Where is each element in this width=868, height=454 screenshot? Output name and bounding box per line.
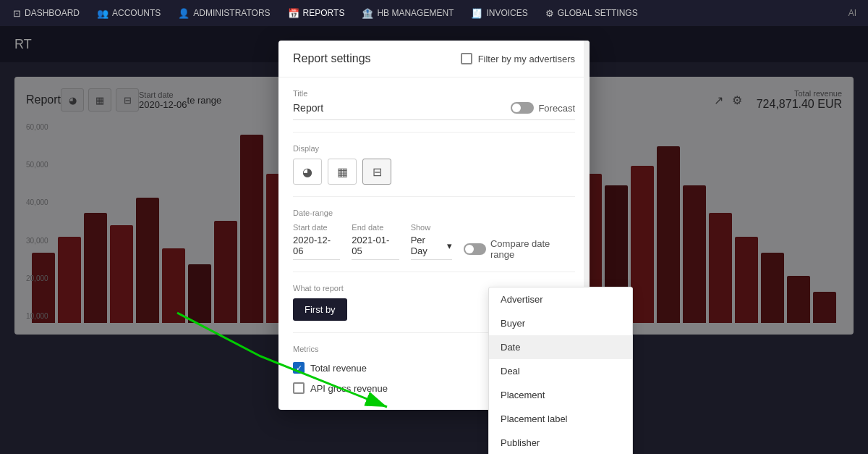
nav-dashboard[interactable]: ⊡ DASHBOARD <box>6 5 87 22</box>
title-input[interactable] <box>293 102 511 114</box>
compare-toggle[interactable] <box>464 243 486 255</box>
title-row: Forecast <box>293 102 575 120</box>
start-date-field: Start date 2020-12-06 <box>293 223 340 260</box>
chevron-down-icon: ▾ <box>447 240 452 251</box>
date-range-section: Date-range Start date 2020-12-06 End dat… <box>293 209 575 260</box>
dropdown-item-deal[interactable]: Deal <box>489 359 632 383</box>
date-range-row: Start date 2020-12-06 End date 2021-01-0… <box>293 223 575 260</box>
nav-global-settings[interactable]: ⚙ GLOBAL SETTINGS <box>538 5 645 22</box>
title-section: Title Forecast <box>293 89 575 120</box>
display-section-label: Display <box>293 144 575 153</box>
page-background: RT Report ◕ ▦ ⊟ Start date 2020-12-06 te… <box>0 26 868 454</box>
divider-1 <box>293 132 575 133</box>
start-date-field-label: Start date <box>293 223 340 232</box>
show-dropdown[interactable]: Per Day ▾ <box>411 235 452 260</box>
show-label: Show <box>411 223 452 232</box>
display-pie-button[interactable]: ◕ <box>293 159 322 185</box>
display-section: Display ◕ ▦ ⊟ <box>293 144 575 185</box>
accounts-icon: 👥 <box>97 8 109 19</box>
nav-administrators[interactable]: 👤 ADMINISTRATORS <box>171 5 277 22</box>
divider-3 <box>293 272 575 272</box>
divider-2 <box>293 196 575 197</box>
dropdown-item-advertiser[interactable]: Advertiser <box>489 287 632 311</box>
dropdown-item-buyer[interactable]: Buyer <box>489 311 632 335</box>
dropdown-item-date[interactable]: Date <box>489 335 632 359</box>
report-settings-modal: Report settings Filter by my advertisers… <box>278 41 590 410</box>
first-by-button[interactable]: First by <box>293 298 347 321</box>
compare-date-range-row: Compare date range <box>464 238 575 260</box>
end-date-field-label: End date <box>352 223 399 232</box>
end-date-field-value[interactable]: 2021-01-05 <box>352 235 399 260</box>
total-revenue-checkbox[interactable]: ✓ <box>293 362 305 374</box>
top-navigation: ⊡ DASHBOARD 👥 ACCOUNTS 👤 ADMINISTRATORS … <box>0 0 868 26</box>
title-section-label: Title <box>293 89 575 98</box>
first-by-dropdown: AdvertiserBuyerDateDealPlacementPlacemen… <box>488 287 633 454</box>
nav-hb-management[interactable]: 🏦 HB MANAGEMENT <box>354 5 461 22</box>
hb-management-icon: 🏦 <box>362 8 373 19</box>
forecast-toggle[interactable] <box>511 102 534 114</box>
forecast-label: Forecast <box>538 103 575 114</box>
dropdown-item-placement-label[interactable]: Placement label <box>489 407 632 431</box>
modal-header: Report settings Filter by my advertisers <box>278 41 590 77</box>
end-date-field: End date 2021-01-05 <box>352 223 399 260</box>
api-gross-revenue-checkbox[interactable] <box>293 382 305 394</box>
date-range-label: Date-range <box>293 209 575 217</box>
nav-accounts[interactable]: 👥 ACCOUNTS <box>90 5 168 22</box>
filter-by-advertisers-row[interactable]: Filter by my advertisers <box>461 53 575 64</box>
total-revenue-label: Total revenue <box>310 363 367 374</box>
start-date-field-value[interactable]: 2020-12-06 <box>293 235 340 260</box>
api-gross-revenue-label: API gross revenue <box>310 383 388 394</box>
dropdown-item-publisher[interactable]: Publisher <box>489 431 632 454</box>
invoices-icon: 🧾 <box>471 8 482 19</box>
filter-checkbox[interactable] <box>461 53 472 64</box>
forecast-toggle-row: Forecast <box>511 102 575 114</box>
modal-overlay[interactable]: Report settings Filter by my advertisers… <box>0 26 868 454</box>
nav-user-initials: AI <box>843 8 862 18</box>
compare-label: Compare date range <box>490 238 575 260</box>
global-settings-icon: ⚙ <box>545 8 554 19</box>
show-field: Show Per Day ▾ <box>411 223 452 260</box>
nav-reports[interactable]: 📅 REPORTS <box>281 5 352 22</box>
show-value: Per Day <box>411 235 444 256</box>
dropdown-item-placement[interactable]: Placement <box>489 383 632 407</box>
administrators-icon: 👤 <box>178 8 190 19</box>
display-bar-button[interactable]: ▦ <box>328 159 357 185</box>
reports-icon: 📅 <box>288 8 299 19</box>
display-buttons: ◕ ▦ ⊟ <box>293 159 575 185</box>
filter-label: Filter by my advertisers <box>478 54 575 64</box>
modal-title: Report settings <box>293 52 371 65</box>
dashboard-icon: ⊡ <box>13 8 21 19</box>
display-table-button[interactable]: ⊟ <box>362 159 391 185</box>
nav-invoices[interactable]: 🧾 INVOICES <box>464 5 535 22</box>
